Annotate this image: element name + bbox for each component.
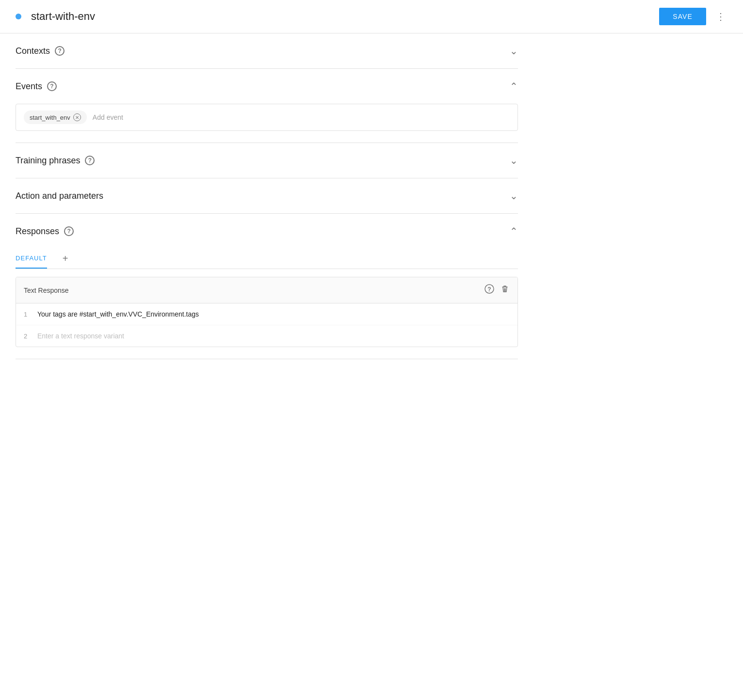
training-phrases-chevron-icon: ⌄ [510,155,518,166]
status-dot [16,14,21,19]
text-response-help-icon[interactable]: ? [485,284,494,296]
training-phrases-section: Training phrases ? ⌄ [16,143,518,178]
contexts-chevron-icon: ⌄ [510,45,518,57]
responses-section-content: DEFAULT + Text Response ? [16,249,518,359]
responses-section: Responses ? ⌃ DEFAULT + Text Response [16,214,518,359]
events-section-header[interactable]: Events ? ⌃ [16,69,518,104]
events-section-title: Events [16,81,42,92]
action-parameters-section-title: Action and parameters [16,191,103,201]
response-row[interactable]: 2 Enter a text response variant [16,325,517,347]
responses-chevron-icon: ⌃ [510,225,518,237]
text-response-delete-icon[interactable] [500,284,510,296]
contexts-section: Contexts ? ⌄ [16,33,518,69]
events-section-content: start_with_env ✕ Add event [16,104,518,143]
responses-section-header[interactable]: Responses ? ⌃ [16,214,518,249]
events-chevron-icon: ⌃ [510,80,518,92]
more-options-icon[interactable]: ⋮ [714,9,727,24]
event-chip: start_with_env ✕ [24,111,87,124]
add-event-input[interactable]: Add event [93,113,123,121]
tab-default[interactable]: DEFAULT [16,249,47,269]
text-response-card-header: Text Response ? [16,277,517,303]
responses-tabs-row: DEFAULT + [16,249,518,269]
training-phrases-section-title: Training phrases [16,156,80,166]
event-chip-close-icon[interactable]: ✕ [73,113,81,121]
header: start-with-env SAVE ⋮ [0,0,743,33]
responses-title-row: Responses ? [16,226,74,237]
training-phrases-help-icon[interactable]: ? [85,156,95,165]
event-chip-label: start_with_env [30,114,70,121]
text-response-card: Text Response ? [16,277,518,347]
text-response-actions: ? [485,284,510,296]
action-parameters-chevron-icon: ⌄ [510,190,518,202]
contexts-title-row: Contexts ? [16,46,65,56]
events-input-row[interactable]: start_with_env ✕ Add event [16,104,518,131]
main-content: Contexts ? ⌄ Events ? ⌃ start_with_env ✕… [0,33,533,359]
events-title-row: Events ? [16,81,57,92]
row-number: 1 [24,311,37,318]
contexts-section-header[interactable]: Contexts ? ⌄ [16,33,518,68]
action-parameters-title-row: Action and parameters [16,191,103,201]
row-text[interactable]: Your tags are #start_with_env.VVC_Enviro… [37,310,199,318]
text-response-title: Text Response [24,286,69,294]
row-number: 2 [24,333,37,340]
contexts-help-icon[interactable]: ? [55,46,65,56]
responses-help-icon[interactable]: ? [64,226,74,236]
action-parameters-section: Action and parameters ⌄ [16,178,518,214]
action-parameters-section-header[interactable]: Action and parameters ⌄ [16,178,518,213]
svg-text:?: ? [487,286,491,293]
add-tab-icon[interactable]: + [59,249,72,268]
contexts-section-title: Contexts [16,46,50,56]
training-phrases-section-header[interactable]: Training phrases ? ⌄ [16,143,518,178]
response-row[interactable]: 1 Your tags are #start_with_env.VVC_Envi… [16,303,517,325]
row-text-placeholder[interactable]: Enter a text response variant [37,332,124,340]
responses-section-title: Responses [16,226,59,237]
events-section: Events ? ⌃ start_with_env ✕ Add event [16,69,518,143]
events-help-icon[interactable]: ? [47,81,57,91]
training-phrases-title-row: Training phrases ? [16,156,95,166]
save-button[interactable]: SAVE [659,8,706,25]
page-title: start-with-env [31,10,659,23]
